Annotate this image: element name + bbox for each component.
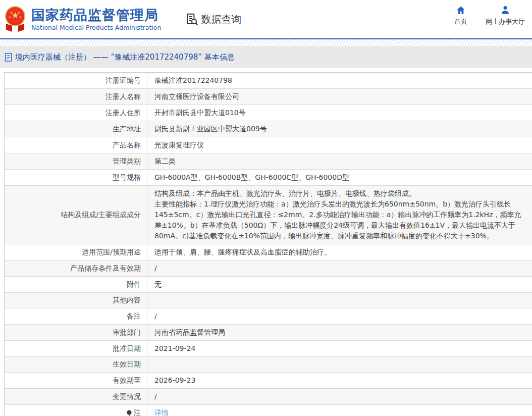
nav-online-hall[interactable]: 网上办事大厅 <box>486 5 525 26</box>
emblem-ribbon <box>6 24 12 32</box>
row-value: 详情 <box>147 405 532 416</box>
row-value: 第二类 <box>147 153 532 169</box>
star-icon: ★ <box>10 11 13 14</box>
row-value: 适用于颈、肩、腰、腿疼痛症状及高血脂症的辅助治疗。 <box>147 244 532 260</box>
table-row: 有效期至 2026-09-23 <box>5 373 532 389</box>
table-row: 产品名称 光波康复理疗仪 <box>5 137 532 153</box>
row-value <box>147 357 532 372</box>
row-label: 有效期至 <box>5 373 147 388</box>
row-label: 管理类别 <box>5 153 147 169</box>
row-value: 结构及组成：本产品由主机、激光治疗头、治疗片、电极片、电极线、热疗袋组成。 主要… <box>147 186 532 244</box>
table-row: 其他内容 <box>5 293 532 308</box>
row-value: / <box>147 389 532 404</box>
table-row: 结构及组成/主要组成成分 结构及组成：本产品由主机、激光治疗头、治疗片、电极片、… <box>5 186 532 244</box>
row-value: 2026-09-23 <box>147 373 532 388</box>
row-label: 生效日期 <box>5 357 147 372</box>
star-icon: ★ <box>9 16 11 19</box>
row-label: 注册人住所 <box>5 105 147 121</box>
row-value: 尉氏县新尉工业园区中盟大道009号 <box>147 121 532 137</box>
table-row: 注册证编号 豫械注准20172240798 <box>5 73 532 89</box>
note-label: 注 <box>134 408 141 416</box>
data-query-section[interactable]: 数据查询 <box>185 13 241 26</box>
table-row: 生效日期 <box>5 357 532 373</box>
org-subtitle: National Medical Products Administration <box>31 24 161 31</box>
table-row: 管理类别 第二类 <box>5 153 532 170</box>
row-value: 河南省药品监督管理局 <box>147 325 532 340</box>
row-label: 生产地址 <box>5 121 147 137</box>
nav-home[interactable]: 首页 <box>454 5 467 26</box>
org-text: 国家药品监督管理局 National Medical Products Admi… <box>31 7 161 31</box>
nav-online-hall-label: 网上办事大厅 <box>486 17 525 26</box>
row-label: 备注 <box>5 308 147 324</box>
home-icon <box>456 5 466 15</box>
row-label: 变更情况 <box>5 389 147 404</box>
star-icon: ★ <box>19 16 22 19</box>
table-row: 审批部门 河南省药品监督管理局 <box>5 325 532 341</box>
emblem-ribbon <box>18 24 24 32</box>
row-value: 2021-09-24 <box>147 341 532 356</box>
national-emblem-logo: ★ ★ ★ ★ ★ <box>4 5 26 35</box>
row-value: 开封市尉氏县中盟大道010号 <box>147 105 532 121</box>
row-label: 审批部门 <box>5 325 147 340</box>
site-header: ★ ★ ★ ★ ★ 国家药品监督管理局 National Medical Pro… <box>0 0 532 38</box>
data-search-icon <box>185 13 199 26</box>
table-row: 附件 无 <box>5 277 532 293</box>
table-row: 生产地址 尉氏县新尉工业园区中盟大道009号 <box>5 121 532 137</box>
row-label: 批准日期 <box>5 341 147 356</box>
page-title: 境内医疗器械（注册） —— “豫械注准20172240798” 基本信息 <box>15 53 235 62</box>
row-value: / <box>147 308 532 324</box>
row-label: 产品储存条件及有效期 <box>5 261 147 276</box>
row-label: 注册人名称 <box>5 89 147 105</box>
table-row: 型号规格 GH-6000A型、GH-6000B型、GH-6000C型、GH-60… <box>5 170 532 186</box>
hatch-band <box>0 39 532 46</box>
logo-block: ★ ★ ★ ★ ★ 国家药品监督管理局 National Medical Pro… <box>0 4 241 35</box>
row-label: 型号规格 <box>5 170 147 185</box>
row-label: 注册证编号 <box>5 73 147 88</box>
table-row: 产品储存条件及有效期 / <box>5 261 532 277</box>
data-query-label: 数据查询 <box>201 13 241 26</box>
row-value: 无 <box>147 277 532 292</box>
row-value: 豫械注准20172240798 <box>147 73 532 88</box>
table-row: 适用范围/预期用途 适用于颈、肩、腰、腿疼痛症状及高血脂症的辅助治疗。 <box>5 244 532 261</box>
row-value: 河南立领医疗设备有限公司 <box>147 89 532 105</box>
table-row: 批准日期 2021-09-24 <box>5 341 532 357</box>
user-icon <box>500 5 510 15</box>
row-value: 光波康复理疗仪 <box>147 137 532 153</box>
breadcrumb: 境内医疗器械（注册） —— “豫械注准20172240798” 基本信息 <box>0 46 532 68</box>
header-nav: 首页 网上办事大厅 <box>454 5 525 26</box>
table-row: 备注 / <box>5 308 532 325</box>
star-icon: ★ <box>18 11 20 14</box>
document-icon <box>4 53 13 62</box>
nav-home-label: 首页 <box>454 17 467 26</box>
table-row: 注 详情 <box>5 405 532 416</box>
detail-link[interactable]: 详情 <box>154 407 169 416</box>
table-row: 注册人住所 开封市尉氏县中盟大道010号 <box>5 105 532 121</box>
row-label: 适用范围/预期用途 <box>5 244 147 260</box>
row-value: GH-6000A型、GH-6000B型、GH-6000C型、GH-6000D型 <box>147 170 532 185</box>
row-label: 注 <box>5 405 147 416</box>
row-value: / <box>147 261 532 276</box>
row-label: 结构及组成/主要组成成分 <box>5 186 147 244</box>
row-label: 产品名称 <box>5 137 147 153</box>
emblem-circle: ★ ★ ★ ★ ★ <box>5 6 25 26</box>
row-label: 附件 <box>5 277 147 292</box>
note-balloon-icon <box>126 409 133 416</box>
table-row: 注册人名称 河南立领医疗设备有限公司 <box>5 89 532 105</box>
org-title: 国家药品监督管理局 <box>31 7 161 23</box>
row-label: 其他内容 <box>5 293 147 308</box>
registration-info-table: 注册证编号 豫械注准20172240798 注册人名称 河南立领医疗设备有限公司… <box>4 72 532 416</box>
row-value <box>147 293 532 308</box>
table-row: 变更情况 / <box>5 389 532 405</box>
